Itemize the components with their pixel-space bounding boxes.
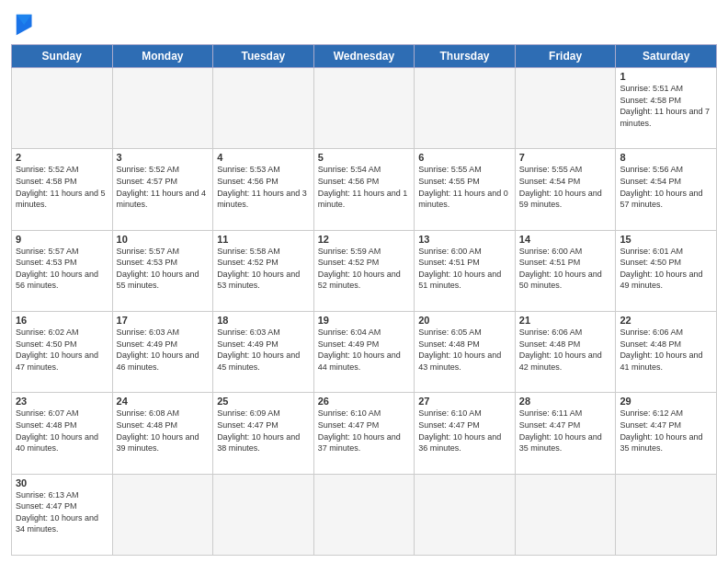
day-number: 27: [418, 396, 511, 407]
calendar-cell: 28Sunrise: 6:11 AM Sunset: 4:47 PM Dayli…: [515, 393, 616, 474]
weekday-sunday: Sunday: [12, 45, 113, 68]
calendar-cell: 4Sunrise: 5:53 AM Sunset: 4:56 PM Daylig…: [213, 149, 314, 230]
day-info: Sunrise: 5:55 AM Sunset: 4:54 PM Dayligh…: [519, 164, 612, 210]
day-info: Sunrise: 5:52 AM Sunset: 4:57 PM Dayligh…: [117, 164, 210, 210]
day-info: Sunrise: 6:04 AM Sunset: 4:49 PM Dayligh…: [318, 327, 411, 373]
weekday-wednesday: Wednesday: [313, 45, 415, 68]
calendar-cell: 15Sunrise: 6:01 AM Sunset: 4:50 PM Dayli…: [616, 230, 717, 311]
calendar-cell: 6Sunrise: 5:55 AM Sunset: 4:55 PM Daylig…: [415, 149, 516, 230]
calendar-cell: 17Sunrise: 6:03 AM Sunset: 4:49 PM Dayli…: [112, 311, 213, 392]
weekday-saturday: Saturday: [616, 45, 717, 68]
day-info: Sunrise: 6:09 AM Sunset: 4:47 PM Dayligh…: [217, 408, 310, 454]
calendar-cell: 27Sunrise: 6:10 AM Sunset: 4:47 PM Dayli…: [415, 393, 516, 474]
calendar-cell: [12, 68, 113, 149]
day-number: 4: [217, 152, 310, 163]
day-number: 19: [318, 315, 411, 326]
day-info: Sunrise: 6:10 AM Sunset: 4:47 PM Dayligh…: [318, 408, 411, 454]
day-info: Sunrise: 6:08 AM Sunset: 4:48 PM Dayligh…: [117, 408, 210, 454]
day-number: 5: [318, 152, 411, 163]
day-number: 20: [418, 315, 511, 326]
calendar-cell: [515, 68, 616, 149]
day-number: 10: [117, 234, 210, 245]
calendar-week-4: 16Sunrise: 6:02 AM Sunset: 4:50 PM Dayli…: [12, 311, 717, 392]
calendar-cell: 14Sunrise: 6:00 AM Sunset: 4:51 PM Dayli…: [515, 230, 616, 311]
day-number: 7: [519, 152, 612, 163]
calendar-header: SundayMondayTuesdayWednesdayThursdayFrid…: [12, 45, 717, 68]
calendar-cell: 9Sunrise: 5:57 AM Sunset: 4:53 PM Daylig…: [12, 230, 113, 311]
calendar-body: 1Sunrise: 5:51 AM Sunset: 4:58 PM Daylig…: [12, 68, 717, 556]
day-number: 3: [117, 152, 210, 163]
calendar-cell: 24Sunrise: 6:08 AM Sunset: 4:48 PM Dayli…: [112, 393, 213, 474]
day-number: 14: [519, 234, 612, 245]
calendar-cell: 22Sunrise: 6:06 AM Sunset: 4:48 PM Dayli…: [616, 311, 717, 392]
day-info: Sunrise: 5:57 AM Sunset: 4:53 PM Dayligh…: [117, 246, 210, 292]
calendar-cell: [515, 474, 616, 555]
day-info: Sunrise: 6:00 AM Sunset: 4:51 PM Dayligh…: [418, 246, 511, 292]
calendar-cell: 16Sunrise: 6:02 AM Sunset: 4:50 PM Dayli…: [12, 311, 113, 392]
weekday-tuesday: Tuesday: [213, 45, 314, 68]
day-info: Sunrise: 6:10 AM Sunset: 4:47 PM Dayligh…: [418, 408, 511, 454]
day-number: 6: [418, 152, 511, 163]
day-info: Sunrise: 5:58 AM Sunset: 4:52 PM Dayligh…: [217, 246, 310, 292]
calendar-week-3: 9Sunrise: 5:57 AM Sunset: 4:53 PM Daylig…: [12, 230, 717, 311]
calendar-cell: 13Sunrise: 6:00 AM Sunset: 4:51 PM Dayli…: [415, 230, 516, 311]
day-info: Sunrise: 6:00 AM Sunset: 4:51 PM Dayligh…: [519, 246, 612, 292]
weekday-friday: Friday: [515, 45, 616, 68]
calendar-cell: 3Sunrise: 5:52 AM Sunset: 4:57 PM Daylig…: [112, 149, 213, 230]
day-info: Sunrise: 6:13 AM Sunset: 4:47 PM Dayligh…: [16, 489, 108, 535]
day-number: 23: [16, 396, 108, 407]
calendar-cell: [112, 68, 213, 149]
day-number: 15: [620, 234, 712, 245]
calendar-cell: 20Sunrise: 6:05 AM Sunset: 4:48 PM Dayli…: [415, 311, 516, 392]
calendar-cell: [415, 474, 516, 555]
day-number: 12: [318, 234, 411, 245]
calendar-cell: 8Sunrise: 5:56 AM Sunset: 4:54 PM Daylig…: [616, 149, 717, 230]
day-info: Sunrise: 6:03 AM Sunset: 4:49 PM Dayligh…: [117, 327, 210, 373]
calendar-cell: 18Sunrise: 6:03 AM Sunset: 4:49 PM Dayli…: [213, 311, 314, 392]
day-number: 9: [16, 234, 108, 245]
calendar-cell: 7Sunrise: 5:55 AM Sunset: 4:54 PM Daylig…: [515, 149, 616, 230]
calendar-cell: [313, 68, 415, 149]
calendar: SundayMondayTuesdayWednesdayThursdayFrid…: [11, 44, 717, 556]
day-number: 22: [620, 315, 712, 326]
header: [11, 9, 717, 39]
calendar-week-2: 2Sunrise: 5:52 AM Sunset: 4:58 PM Daylig…: [12, 149, 717, 230]
day-info: Sunrise: 5:52 AM Sunset: 4:58 PM Dayligh…: [16, 164, 108, 210]
day-info: Sunrise: 5:56 AM Sunset: 4:54 PM Dayligh…: [620, 164, 712, 210]
day-number: 18: [217, 315, 310, 326]
day-info: Sunrise: 5:57 AM Sunset: 4:53 PM Dayligh…: [16, 246, 108, 292]
day-number: 1: [620, 71, 712, 82]
day-number: 16: [16, 315, 108, 326]
calendar-cell: 21Sunrise: 6:06 AM Sunset: 4:48 PM Dayli…: [515, 311, 616, 392]
day-number: 25: [217, 396, 310, 407]
day-info: Sunrise: 5:55 AM Sunset: 4:55 PM Dayligh…: [418, 164, 511, 210]
calendar-cell: 30Sunrise: 6:13 AM Sunset: 4:47 PM Dayli…: [12, 474, 113, 555]
calendar-cell: 11Sunrise: 5:58 AM Sunset: 4:52 PM Dayli…: [213, 230, 314, 311]
calendar-week-1: 1Sunrise: 5:51 AM Sunset: 4:58 PM Daylig…: [12, 68, 717, 149]
calendar-cell: 10Sunrise: 5:57 AM Sunset: 4:53 PM Dayli…: [112, 230, 213, 311]
calendar-cell: 23Sunrise: 6:07 AM Sunset: 4:48 PM Dayli…: [12, 393, 113, 474]
calendar-cell: 1Sunrise: 5:51 AM Sunset: 4:58 PM Daylig…: [616, 68, 717, 149]
calendar-cell: 29Sunrise: 6:12 AM Sunset: 4:47 PM Dayli…: [616, 393, 717, 474]
calendar-cell: [616, 474, 717, 555]
day-info: Sunrise: 6:12 AM Sunset: 4:47 PM Dayligh…: [620, 408, 712, 454]
calendar-cell: 25Sunrise: 6:09 AM Sunset: 4:47 PM Dayli…: [213, 393, 314, 474]
day-info: Sunrise: 6:06 AM Sunset: 4:48 PM Dayligh…: [519, 327, 612, 373]
day-info: Sunrise: 5:51 AM Sunset: 4:58 PM Dayligh…: [620, 83, 712, 129]
calendar-cell: [213, 474, 314, 555]
calendar-cell: [313, 474, 415, 555]
day-number: 13: [418, 234, 511, 245]
weekday-thursday: Thursday: [415, 45, 516, 68]
calendar-week-6: 30Sunrise: 6:13 AM Sunset: 4:47 PM Dayli…: [12, 474, 717, 555]
calendar-cell: [415, 68, 516, 149]
day-number: 28: [519, 396, 612, 407]
day-info: Sunrise: 6:02 AM Sunset: 4:50 PM Dayligh…: [16, 327, 108, 373]
day-info: Sunrise: 6:06 AM Sunset: 4:48 PM Dayligh…: [620, 327, 712, 373]
calendar-cell: 5Sunrise: 5:54 AM Sunset: 4:56 PM Daylig…: [313, 149, 415, 230]
calendar-week-5: 23Sunrise: 6:07 AM Sunset: 4:48 PM Dayli…: [12, 393, 717, 474]
day-number: 29: [620, 396, 712, 407]
day-info: Sunrise: 5:54 AM Sunset: 4:56 PM Dayligh…: [318, 164, 411, 210]
weekday-monday: Monday: [112, 45, 213, 68]
calendar-cell: [213, 68, 314, 149]
logo-icon: [13, 13, 39, 39]
